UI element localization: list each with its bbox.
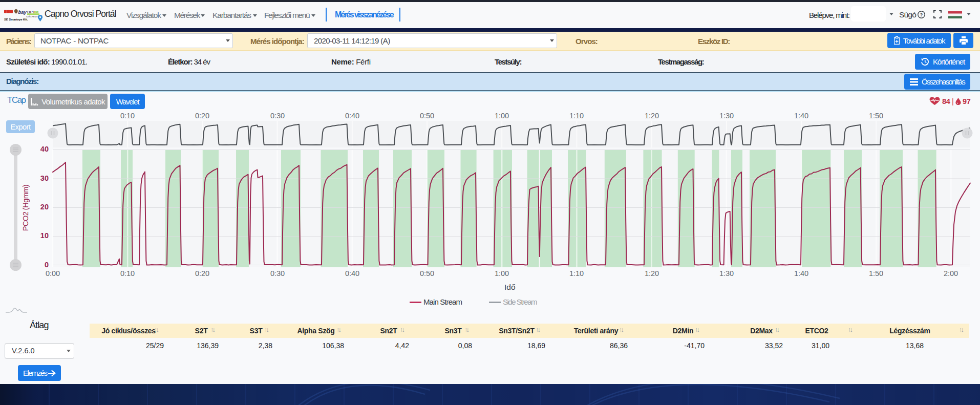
svg-text:IM: IM	[34, 10, 38, 14]
svg-text:?: ?	[920, 12, 923, 17]
svg-text:SE Smarteye Kft.: SE Smarteye Kft.	[4, 18, 28, 21]
svg-text:bay: bay	[18, 9, 27, 15]
